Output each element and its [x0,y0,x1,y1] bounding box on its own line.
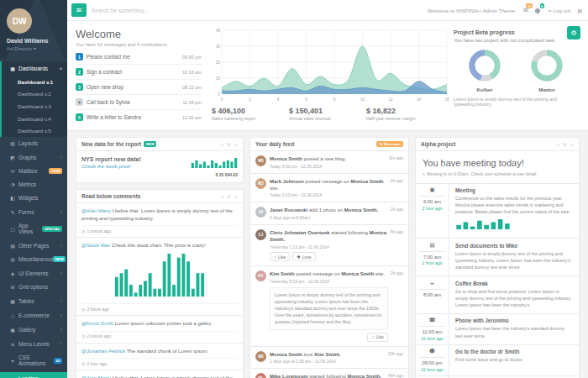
settings-button[interactable]: ⚙ [567,26,580,39]
sidebar-item-ui-elements[interactable]: ◈ UI Elements ‹ [0,266,67,281]
comments-panel: Read below comments ∧ ⚙ × @Alan Marr [76,189,244,378]
menu-item-label: Graphs [18,155,36,160]
timeline-ago: 21 hour ago [419,367,445,372]
collapse-icon[interactable]: ∧ [221,142,224,147]
user-link[interactable]: Kim Smith. [314,352,340,357]
user-link[interactable]: Monica Smith. [344,207,379,213]
menu-item-label: App Views [18,223,42,234]
menu-item-label: Gallery [18,327,36,333]
todo-time: 08:22 pm [182,85,202,90]
sidebar-item-graphs[interactable]: ◩ Graphs ‹ [0,150,67,165]
sidebar-item-widgets[interactable]: ◧ Widgets [0,192,67,205]
logout-button[interactable]: → Log out [547,8,570,13]
chevron-icon: ‹ [60,154,62,160]
desktop-icon: ▢ [9,226,16,232]
wrench-icon[interactable]: ⚙ [227,142,230,147]
todo-item[interactable]: 2 Sign a contract 10:16 am [76,65,202,80]
sidebar-menu: ▦ Dashboards ▾ Dashboard v.1 Dashboard v… [0,61,67,378]
panel-badge: NEW [144,141,156,147]
sidebar-item-ecommerce[interactable]: ◇ E-commerce ‹ [0,308,67,323]
messages-count-badge: 16 Messages [376,141,403,147]
menu-item-label: Miscellaneous [18,256,53,262]
user-handle-link[interactable]: @Jonathan Febrick [81,349,125,354]
close-icon[interactable]: × [570,142,574,147]
like-button[interactable]: ☝ Like [367,333,387,342]
menu-item-label: Mailbox [18,168,37,174]
file-icon: ▤ [419,239,445,252]
stock-price-link[interactable]: Check the stock price! [81,164,186,169]
wrench-icon[interactable]: ⚙ [563,142,566,147]
sidebar-item-gallery[interactable]: ▣ Gallery ‹ [0,323,67,337]
wrench-icon[interactable]: ⚙ [227,194,230,199]
feed-item: JR Janet Rosowski add 1 photo on Monica … [250,202,408,225]
sidebar-item-dashboard-v2[interactable]: Dashboard v.2 [0,88,67,101]
menu-item-label: Dashboards [18,66,48,71]
user-link[interactable]: Monica Smith [350,179,383,184]
sidebar-item-miscellaneous[interactable]: ◍ Miscellaneous NEW [0,253,67,266]
right-sidebar-toggle-icon[interactable]: ▤ [577,8,582,13]
user-link[interactable]: Mark Johnson [270,179,304,184]
menu-toggle-button[interactable]: ≡ [71,3,87,17]
user-handle-link[interactable]: @Stock Man [81,243,110,248]
sidebar-item-menu-levels[interactable]: ≡ Menu Levels ‹ [0,337,67,351]
like-button[interactable]: ☝ Like [270,252,290,261]
collapse-icon[interactable]: ∧ [557,142,560,147]
todo-time: 10:16 am [182,70,202,75]
todo-item[interactable]: 1 Please contact me 09:00 pm [76,50,202,65]
user-link[interactable]: Monica Smith [270,156,302,161]
timeline-time: 6:00 am [419,199,445,204]
sidebar-item-forms[interactable]: ✎ Forms ‹ [0,205,67,219]
menu-badge: NEW [53,256,66,262]
sidebar-item-dashboard-v3[interactable]: Dashboard v.3 [0,100,67,113]
user-link[interactable]: Kim Smith [270,271,295,276]
sidebar-item-dashboards[interactable]: ▦ Dashboards ▾ [0,61,67,76]
user-icon: ☻ [419,345,445,359]
love-button[interactable]: ♥ Love [292,252,315,261]
messages-button[interactable]: ✉ 16 [523,7,529,14]
todo-item[interactable]: 4 Call back to Sylvia 11:06 pm [76,95,202,110]
sidebar-item-dashboard-v5[interactable]: Dashboard v.5 [0,124,67,137]
close-icon[interactable]: × [234,142,238,147]
sidebar-item-layouts[interactable]: ▧ Layouts [0,137,67,150]
sidebar-item-app-views[interactable]: ▢ App Views SPECIAL [0,219,67,239]
map-marker-icon: ⌖ [423,171,425,177]
bar-chart-icon: ◩ [9,155,16,160]
user-link[interactable]: Mike Loreipsum [270,374,308,378]
sidebar-item-grid-options[interactable]: ⊞ Grid options [0,281,67,294]
search-input[interactable] [92,8,209,13]
notifications-button[interactable]: 8 [535,7,540,14]
user-role[interactable]: Art Director ▾ [7,45,60,51]
sidebar-item-dashboard-v1[interactable]: Dashboard v.1 [0,76,67,88]
sidebar-item-landing-page[interactable]: ★ Landing Page NEW [0,372,67,378]
user-link[interactable]: Monica Smith [270,352,302,357]
todo-time: 12:00 am [182,115,202,120]
user-handle-link[interactable]: @Kevin Smith [81,321,113,326]
todo-text: Write a letter to Sandra [87,114,141,120]
menu-item-label: Menu Levels [18,341,50,347]
sidebar-item-css-animations[interactable]: ✦ CSS Animations 62 [0,351,67,370]
user-link[interactable]: Chris Johnatan Overtunk [270,230,330,235]
user-link[interactable]: Monica Smith [341,271,374,276]
user-profile[interactable]: DW David Williams Art Director ▾ [0,0,67,59]
feed-item: CJ Chris Johnatan Overtunk started follo… [250,225,408,266]
sidebar-item-metrics[interactable]: ◔ Metrics [0,178,67,192]
avatar: CJ [255,229,266,240]
sidebar-item-mailbox[interactable]: ✉ Mailbox 16/24 [0,165,67,178]
clock-icon: ◷ [81,307,85,312]
user-handle-link[interactable]: @Alan Marry [81,208,111,213]
user-link[interactable]: Monica Smith. [347,374,381,378]
meeting-heading: You have meeting today! [423,158,572,168]
collapse-icon[interactable]: ∧ [221,194,224,199]
comment-time: 2 minuts ago [87,333,111,339]
donut-maxtor: Maxtor [531,50,563,92]
chevron-icon: ‹ [60,297,62,304]
todo-item[interactable]: 5 Write a letter to Sandra 12:00 am [76,110,202,124]
svg-text:40: 40 [216,29,221,33]
sidebar-item-tables[interactable]: ▦ Tables ‹ [0,294,67,308]
sidebar-item-dashboard-v4[interactable]: Dashboard v.4 [0,113,67,125]
coffee-icon: ☕ [419,276,445,290]
sidebar-item-other-pages[interactable]: ▤ Other Pages ‹ [0,239,67,253]
close-icon[interactable]: × [234,194,238,199]
todo-item[interactable]: 3 Open new shop 08:22 pm [76,80,202,95]
user-link[interactable]: Janet Rosowski [270,207,307,213]
